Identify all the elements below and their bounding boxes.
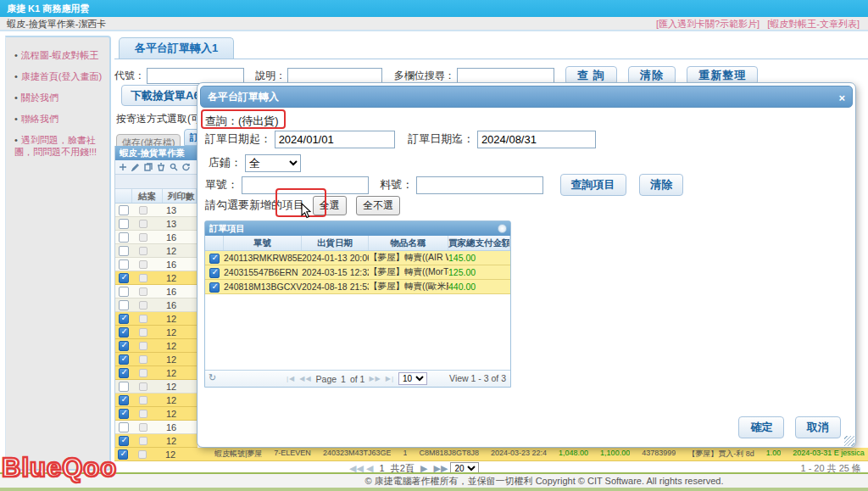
- row-checkbox[interactable]: [119, 232, 129, 243]
- pager-last-icon[interactable]: ▶|: [386, 375, 394, 382]
- search-icon[interactable]: [170, 163, 178, 171]
- store-select[interactable]: 全: [245, 154, 301, 172]
- row-cell: 240323M43TJ63GE: [323, 449, 392, 460]
- table-row[interactable]: 12: [115, 407, 198, 421]
- table-row[interactable]: 12: [115, 353, 198, 366]
- header-amount[interactable]: 買家總支付金額: [448, 236, 510, 250]
- table-row[interactable]: 16: [115, 231, 198, 244]
- table-row[interactable]: 13: [115, 204, 198, 217]
- desc-label: 說明：: [255, 70, 286, 81]
- order-item-row[interactable]: 240818M13BGCXV 2024-08-18 21:53: 【夢屋】轉賣(…: [205, 280, 510, 294]
- row-checkbox[interactable]: [119, 409, 129, 419]
- table-row[interactable]: 12: [115, 244, 198, 258]
- row-checkbox[interactable]: [119, 205, 129, 215]
- pager-prev-icon[interactable]: ◀◀: [299, 375, 311, 382]
- ok-button[interactable]: 確定: [738, 416, 784, 438]
- table-row[interactable]: 12: [115, 380, 198, 393]
- pager-next-icon[interactable]: ▶▶: [369, 375, 381, 382]
- table-row[interactable]: 12: [115, 271, 198, 285]
- table-row[interactable]: 13: [115, 217, 198, 231]
- table-row[interactable]: 12: [115, 326, 198, 339]
- sidebar-item[interactable]: •關於我們: [14, 92, 104, 103]
- tab-order-import[interactable]: 各平台訂單轉入1: [119, 37, 234, 59]
- row-cell: 43783999: [642, 449, 676, 460]
- pager-first-icon[interactable]: |◀: [287, 375, 295, 382]
- table-row[interactable]: 12: [115, 434, 198, 448]
- row-checkbox[interactable]: [119, 341, 129, 351]
- dialog-header[interactable]: 各平台訂單轉入 ×: [200, 86, 853, 108]
- app-title-bar: 康捷 K1 商務應用雲: [0, 0, 868, 17]
- table-row[interactable]: 12: [115, 393, 198, 407]
- row-checkbox[interactable]: [119, 354, 129, 365]
- reload-icon[interactable]: [182, 163, 191, 171]
- breadcrumb-bar: 蝦皮-撿貨單作業-潔西卡 [匯入遇到卡關?示範影片] [蝦皮對帳王-文章列表]: [0, 17, 868, 31]
- done-checkbox: [139, 274, 147, 282]
- item-no-input[interactable]: [416, 176, 543, 194]
- sidebar-item[interactable]: •流程圖-蝦皮對帳王: [14, 49, 104, 61]
- collapse-icon[interactable]: [498, 224, 507, 233]
- row-checkbox[interactable]: [119, 300, 129, 310]
- row-checkbox[interactable]: [119, 368, 129, 378]
- header-checkbox-col[interactable]: [205, 236, 224, 250]
- row-checkbox[interactable]: [119, 436, 129, 446]
- row-checkbox[interactable]: [119, 327, 129, 338]
- table-row-selected-bottom[interactable]: 12 蝦皮帳號|夢屋7-ELEVEN240323M43TJ63GE1C8M818…: [114, 448, 868, 461]
- table-row[interactable]: 16: [115, 421, 198, 434]
- sidebar-item[interactable]: •聯絡我們: [14, 113, 104, 125]
- edit-icon[interactable]: [131, 163, 140, 171]
- order-item-row[interactable]: 240113RMKRW85E 2024-01-13 20:06: 【夢屋】轉賣(…: [205, 251, 510, 265]
- pager-page: 1: [341, 374, 346, 384]
- breadcrumb: 蝦皮-撿貨單作業-潔西卡: [7, 18, 106, 31]
- done-checkbox: [139, 233, 147, 242]
- article-list-link[interactable]: [蝦皮對帳王-文章列表]: [767, 19, 860, 29]
- page-size-select[interactable]: 10: [398, 372, 427, 385]
- header-checkbox-col[interactable]: [115, 189, 132, 203]
- sidebar-item[interactable]: •康捷首頁(登入畫面): [14, 70, 104, 82]
- row-checkbox[interactable]: [119, 395, 129, 405]
- date-to-input[interactable]: [477, 131, 596, 148]
- header-item-name[interactable]: 物品名稱: [369, 236, 448, 250]
- table-row[interactable]: 12: [115, 339, 198, 353]
- select-none-button[interactable]: 全不選: [356, 196, 400, 215]
- table-row[interactable]: 12: [115, 312, 198, 326]
- done-checkbox: [139, 396, 147, 405]
- table-row[interactable]: 16: [115, 285, 198, 299]
- date-from-input[interactable]: [275, 131, 395, 148]
- dialog-buttons: 確定 取消: [731, 416, 841, 438]
- copy-icon[interactable]: [144, 163, 153, 171]
- add-icon[interactable]: [119, 163, 127, 171]
- resize-handle[interactable]: [844, 436, 854, 446]
- sidebar-item[interactable]: •遇到問題，臉書社團，問問題不用錢!!!: [14, 134, 104, 158]
- row-checkbox[interactable]: [119, 314, 129, 324]
- table-row[interactable]: 16: [115, 299, 198, 312]
- table-row[interactable]: 16: [115, 258, 198, 271]
- help-video-link[interactable]: [匯入遇到卡關?示範影片]: [656, 19, 760, 29]
- done-checkbox: [139, 342, 147, 350]
- query-items-button[interactable]: 查詢項目: [560, 174, 626, 196]
- row-checkbox[interactable]: [209, 254, 220, 264]
- table-row[interactable]: 12: [115, 366, 198, 380]
- reload-icon[interactable]: ↻: [209, 372, 216, 383]
- header-order-no[interactable]: 單號: [224, 236, 302, 250]
- code-label: 代號：: [114, 70, 145, 81]
- ship-date-cell: 2024-08-18 21:53:: [302, 282, 369, 292]
- cancel-button[interactable]: 取消: [795, 416, 841, 438]
- row-checkbox[interactable]: [119, 246, 129, 256]
- row-checkbox[interactable]: [119, 273, 129, 283]
- row-checkbox[interactable]: [119, 219, 129, 229]
- row-checkbox[interactable]: [119, 287, 129, 297]
- row-checkbox[interactable]: [209, 282, 220, 293]
- row-checkbox[interactable]: [119, 259, 129, 270]
- order-no-cell: 240113RMKRW85E: [224, 253, 302, 263]
- row-checkbox[interactable]: [119, 382, 129, 392]
- tab-divider: [114, 59, 868, 59]
- order-item-row[interactable]: 240315547B6ERN 2024-03-15 12:32: 【夢屋】轉賣(…: [205, 265, 510, 280]
- row-checkbox[interactable]: [119, 422, 129, 432]
- delete-icon[interactable]: [157, 163, 165, 171]
- header-ship-date[interactable]: 出貨日期: [302, 236, 369, 250]
- modal-clear-button[interactable]: 清除: [639, 174, 683, 196]
- row-checkbox[interactable]: [118, 449, 128, 460]
- close-icon[interactable]: ×: [838, 88, 845, 109]
- done-checkbox: [139, 247, 147, 255]
- row-checkbox[interactable]: [209, 268, 220, 278]
